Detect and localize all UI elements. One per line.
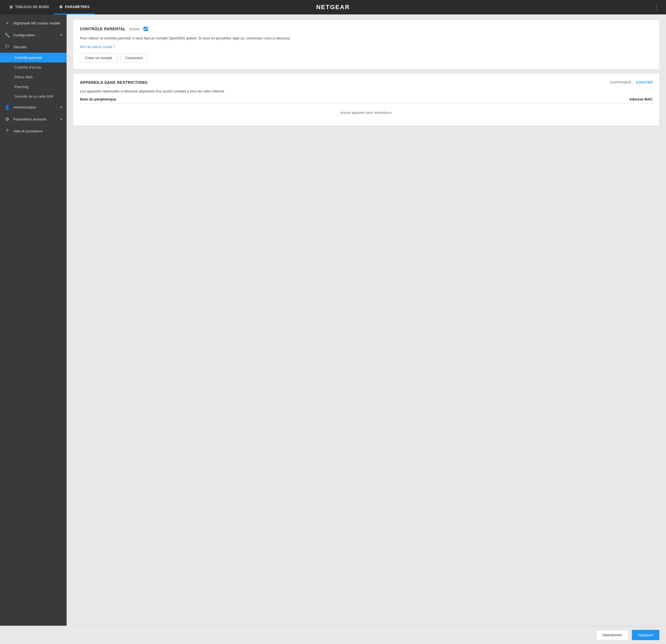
- advanced-icon: ⚙: [4, 117, 10, 122]
- sidebar-controle-parental-label: Contrôle parental: [14, 55, 42, 60]
- sidebar-item-securite[interactable]: 🛡 Sécurité: [0, 41, 67, 53]
- login-button[interactable]: Connexion: [120, 53, 148, 63]
- config-icon: 🔧: [4, 33, 10, 38]
- cancel-button[interactable]: Abandonner: [596, 630, 629, 640]
- sidebar-item-configuration[interactable]: 🔧 Configuration ▾: [0, 29, 67, 41]
- sidebar: ✓ Nighthawk M5 routeur mobile 🔧 Configur…: [0, 14, 67, 626]
- activate-checkbox[interactable]: [143, 27, 148, 31]
- sidebar-item-aide[interactable]: ? Aide et assistance: [0, 125, 67, 137]
- sidebar-aide-label: Aide et assistance: [13, 129, 43, 133]
- config-chevron-icon: ▾: [60, 33, 62, 37]
- router-icon: ✓: [4, 20, 10, 26]
- security-icon: 🛡: [4, 45, 10, 49]
- unrestricted-devices-card: APPAREILS SANS RESTRICTIONS SUPPRIMER AJ…: [73, 73, 659, 126]
- forgot-password-link[interactable]: Mot de passe oublié ?: [80, 45, 653, 49]
- advanced-chevron-icon: ▾: [60, 118, 62, 121]
- dashboard-icon: ⊞: [10, 5, 13, 9]
- sidebar-item-parametres-avances[interactable]: ⚙ Paramètres avancés ▾: [0, 113, 67, 125]
- sidebar-item-controle-parental[interactable]: Contrôle parental: [0, 53, 67, 63]
- device-table-header: Nom du périphérique Adresse MAC: [80, 97, 653, 104]
- sidebar-item-planning[interactable]: Planning: [0, 82, 67, 92]
- activate-label: Activer: [129, 27, 140, 31]
- sidebar-item-router[interactable]: ✓ Nighthawk M5 routeur mobile: [0, 17, 67, 29]
- delete-device-button[interactable]: SUPPRIMER: [610, 81, 631, 84]
- sidebar-item-filtres-web[interactable]: Filtres Web: [0, 72, 67, 82]
- add-device-button[interactable]: AJOUTER: [636, 81, 653, 84]
- apply-button[interactable]: Appliquer: [632, 630, 659, 640]
- sidebar-item-securite-sim[interactable]: Sécurité de la carte SIM: [0, 92, 67, 101]
- empty-device-message: Aucun appareil sans restrictions.: [80, 106, 653, 119]
- topnav-dashboard-label: TABLEAU DE BORD: [15, 5, 49, 9]
- topnav-right: ⋮: [652, 4, 662, 11]
- sidebar-administration-label: Administration: [13, 105, 36, 109]
- more-menu-button[interactable]: ⋮: [652, 2, 662, 13]
- topnav-dashboard[interactable]: ⊞ TABLEAU DE BORD: [4, 0, 54, 14]
- main-content: CONTRÔLE PARENTAL Activer Pour utiliser …: [67, 14, 666, 626]
- sidebar-controle-acces-label: Contrôle d'accès: [14, 65, 41, 69]
- sidebar-config-label: Configuration: [13, 33, 35, 37]
- parental-control-card: CONTRÔLE PARENTAL Activer Pour utiliser …: [73, 20, 659, 69]
- help-icon: ?: [4, 128, 10, 134]
- sidebar-item-administration[interactable]: 👤 Administration ▾: [0, 101, 67, 113]
- admin-chevron-icon: ▾: [60, 105, 62, 109]
- sidebar-parametres-avances-label: Paramètres avancés: [13, 117, 46, 121]
- admin-icon: 👤: [4, 105, 10, 110]
- parental-control-buttons: Créer un compte Connexion: [80, 53, 653, 63]
- unrestricted-actions: SUPPRIMER AJOUTER: [610, 81, 653, 84]
- topnav-settings-label: PARAMÈTRES: [65, 5, 90, 9]
- create-account-button[interactable]: Créer un compte: [80, 53, 117, 63]
- topnav: ⊞ TABLEAU DE BORD ⚙ PARAMÈTRES NETGEAR ⋮: [0, 0, 666, 14]
- parental-control-description: Pour utiliser le contrôle parental, il v…: [80, 36, 653, 41]
- main-layout: ✓ Nighthawk M5 routeur mobile 🔧 Configur…: [0, 14, 666, 626]
- sidebar-securite-label: Sécurité: [13, 45, 27, 49]
- unrestricted-header: APPAREILS SANS RESTRICTIONS SUPPRIMER AJ…: [80, 80, 653, 85]
- footer: Abandonner Appliquer: [0, 626, 666, 644]
- unrestricted-title: APPAREILS SANS RESTRICTIONS: [80, 80, 147, 85]
- parental-control-title: CONTRÔLE PARENTAL: [80, 27, 126, 31]
- unrestricted-description: Les appareils répertoriés ci-dessous dis…: [80, 89, 653, 93]
- sidebar-item-controle-acces[interactable]: Contrôle d'accès: [0, 63, 67, 72]
- sidebar-filtres-web-label: Filtres Web: [14, 75, 33, 79]
- sidebar-securite-sim-label: Sécurité de la carte SIM: [14, 94, 53, 99]
- brand-logo: NETGEAR: [316, 4, 350, 11]
- sidebar-planning-label: Planning: [14, 85, 29, 89]
- col-mac-header: Adresse MAC: [366, 97, 653, 101]
- topnav-settings[interactable]: ⚙ PARAMÈTRES: [54, 0, 94, 14]
- sidebar-router-label: Nighthawk M5 routeur mobile: [13, 21, 60, 25]
- col-name-header: Nom du périphérique: [80, 97, 366, 101]
- parental-control-header: CONTRÔLE PARENTAL Activer: [80, 27, 653, 31]
- settings-icon: ⚙: [59, 5, 63, 9]
- topnav-left: ⊞ TABLEAU DE BORD ⚙ PARAMÈTRES: [4, 0, 94, 14]
